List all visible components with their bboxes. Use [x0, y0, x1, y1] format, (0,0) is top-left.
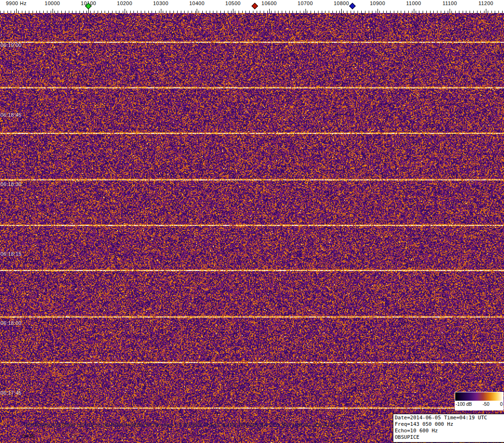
info-box-line: Freq=143 050 000 Hz	[395, 421, 504, 428]
spectrogram-canvas[interactable]	[0, 13, 504, 443]
minor-ticks	[0, 11, 504, 13]
frequency-tick-label: 10400	[189, 0, 205, 6]
time-label: 06:17:45	[0, 390, 21, 396]
frequency-tick-label: 10800	[334, 0, 349, 6]
waterfall-display: 20140605041735504 hCnt12 nb-81 f10613 hi…	[0, 13, 504, 443]
time-label: 06:18:45	[0, 112, 21, 118]
major-tick	[88, 9, 89, 13]
spectrogram-app-window: 9900 Hz100001010010200103001040010500106…	[0, 0, 504, 443]
info-box-line: Date=2014-06-05 Time=04:19 UTC	[395, 415, 504, 421]
blue-frequency-marker-icon[interactable]	[349, 3, 355, 9]
db-gradient-bar	[455, 392, 503, 401]
frequency-tick-label: 11200	[478, 0, 493, 6]
major-tick	[53, 9, 53, 13]
info-box-line: Echo=10 600 Hz	[395, 428, 504, 434]
major-tick	[450, 9, 450, 13]
db-color-scale: -100 dB -50 0	[455, 392, 504, 410]
db-label-max: 0	[500, 402, 503, 407]
major-tick	[341, 9, 342, 13]
major-tick	[269, 9, 270, 13]
major-tick	[125, 9, 125, 13]
major-tick	[378, 9, 378, 13]
detection-log-text: 20140605041735504 hCnt12 nb-81 f10613 hi…	[26, 422, 344, 428]
frequency-tick-label: 9900 Hz	[6, 0, 27, 6]
frequency-tick-label: 10900	[370, 0, 385, 6]
cursor-offset-text: ^t+35	[22, 433, 34, 439]
time-label: 06:18:00	[0, 320, 21, 326]
frequency-tick-label: 10700	[298, 0, 313, 6]
major-tick	[414, 9, 414, 13]
frequency-tick-label: 11000	[406, 0, 421, 6]
major-tick	[197, 9, 197, 13]
db-scale-labels: -100 dB -50 0	[455, 401, 504, 407]
frequency-tick-label: 10500	[225, 0, 241, 6]
major-tick	[486, 9, 486, 13]
frequency-tick-label: 10000	[45, 0, 60, 6]
time-label: 06:18:15	[0, 251, 21, 257]
major-tick	[161, 9, 161, 13]
frequency-tick-label: 10200	[117, 0, 133, 6]
time-label: 06:19:00	[0, 42, 21, 48]
time-label: 06:18:30	[0, 181, 21, 187]
db-label-min: -100 dB	[456, 402, 472, 407]
major-tick	[233, 9, 233, 13]
observation-info-box: Date=2014-06-05 Time=04:19 UTCFreq=143 0…	[393, 414, 504, 443]
frequency-tick-label: 11100	[443, 0, 457, 6]
frequency-tick-label: 10300	[153, 0, 168, 6]
red-frequency-marker-icon[interactable]	[252, 3, 258, 9]
info-box-line: OBSUPICE	[395, 434, 504, 441]
db-label-mid: -50	[483, 402, 489, 407]
major-tick	[16, 9, 17, 13]
frequency-ruler: 9900 Hz100001010010200103001040010500106…	[0, 0, 504, 13]
frequency-tick-label: 10600	[261, 0, 277, 6]
major-tick	[305, 9, 306, 13]
